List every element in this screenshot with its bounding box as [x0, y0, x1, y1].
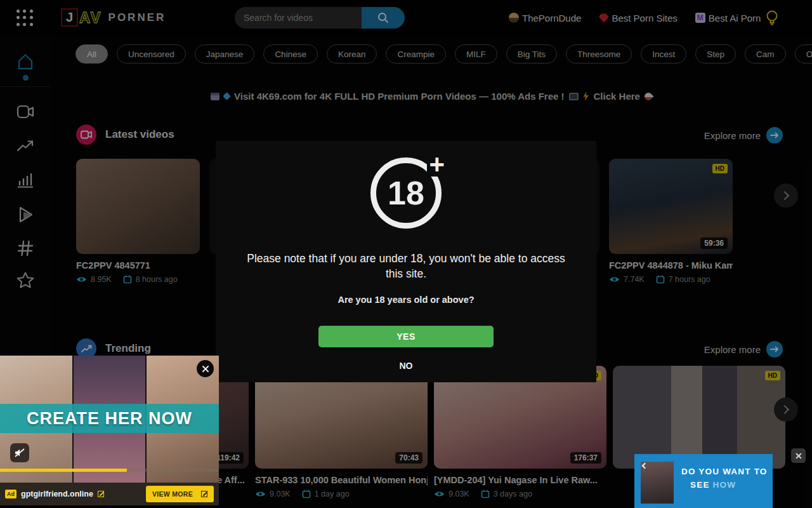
external-link-icon	[98, 491, 104, 497]
ad-domain-link[interactable]: gptgirlfriend.online	[21, 490, 93, 498]
ad-badge: Ad	[5, 490, 16, 498]
age-warning-text: Please note that if you are under 18, yo…	[237, 251, 575, 281]
ad-cta-band[interactable]: CREATE HER NOW	[0, 404, 219, 433]
view-more-button[interactable]: VIEW MORE	[146, 486, 214, 502]
mute-button[interactable]	[10, 443, 29, 462]
ad-cta-text: CREATE HER NOW	[27, 409, 192, 429]
external-link-icon	[201, 491, 207, 497]
ad-close-button[interactable]	[791, 448, 806, 463]
age-verification-modal: 18 + Please note that if you are under 1…	[216, 141, 596, 382]
no-button[interactable]: NO	[396, 360, 417, 371]
page: J AV PORNER ThePornDude Best Porn Sites	[0, 0, 812, 508]
ad-close-button[interactable]	[197, 360, 214, 377]
ad-text: DO YOU WANT TO SEE HOW	[681, 465, 768, 492]
back-arrow-icon	[642, 463, 648, 469]
yes-button[interactable]: YES	[318, 326, 494, 347]
mute-icon	[14, 448, 25, 458]
bottom-right-ad[interactable]: DO YOU WANT TO SEE HOW	[634, 454, 773, 508]
age-question-text: Are you 18 years old or above?	[216, 295, 596, 305]
ad-image	[641, 462, 674, 504]
video-ad-overlay[interactable]: CREATE HER NOW	[0, 356, 219, 483]
ad-progress-bar[interactable]	[0, 469, 219, 472]
eighteen-plus-icon: 18 +	[364, 151, 448, 235]
ad-info-bar: Ad gptgirlfriend.online VIEW MORE	[0, 483, 219, 505]
